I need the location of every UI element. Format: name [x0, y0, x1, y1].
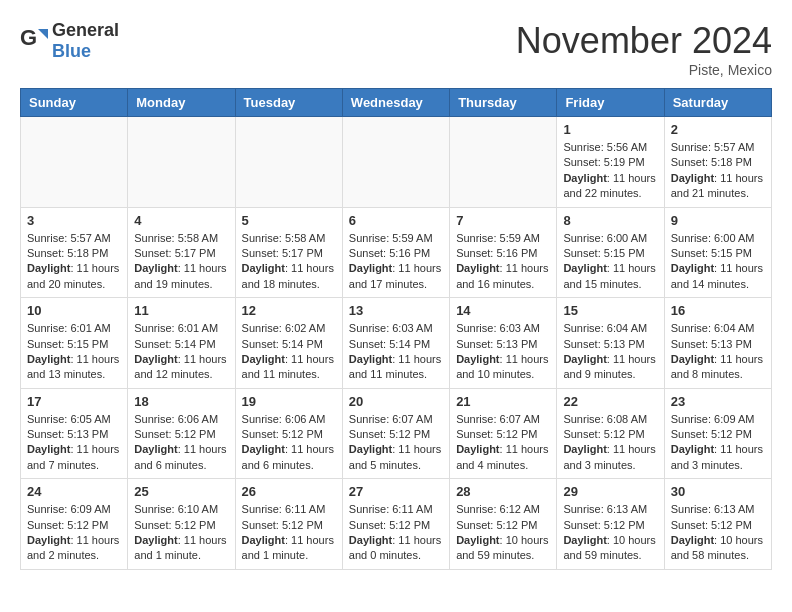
day-info: Sunrise: 6:06 AMSunset: 5:12 PMDaylight:…	[134, 412, 228, 474]
calendar-cell: 2Sunrise: 5:57 AMSunset: 5:18 PMDaylight…	[664, 117, 771, 208]
day-info: Sunrise: 6:09 AMSunset: 5:12 PMDaylight:…	[671, 412, 765, 474]
day-info: Sunrise: 6:11 AMSunset: 5:12 PMDaylight:…	[349, 502, 443, 564]
day-number: 14	[456, 303, 550, 318]
weekday-header-thursday: Thursday	[450, 89, 557, 117]
day-info: Sunrise: 6:01 AMSunset: 5:14 PMDaylight:…	[134, 321, 228, 383]
day-number: 22	[563, 394, 657, 409]
weekday-header-friday: Friday	[557, 89, 664, 117]
day-number: 19	[242, 394, 336, 409]
day-info: Sunrise: 6:13 AMSunset: 5:12 PMDaylight:…	[671, 502, 765, 564]
day-info: Sunrise: 6:08 AMSunset: 5:12 PMDaylight:…	[563, 412, 657, 474]
day-number: 12	[242, 303, 336, 318]
day-number: 16	[671, 303, 765, 318]
day-number: 4	[134, 213, 228, 228]
calendar-cell: 7Sunrise: 5:59 AMSunset: 5:16 PMDaylight…	[450, 207, 557, 298]
logo: G General Blue	[20, 20, 119, 62]
logo-blue: Blue	[52, 41, 91, 61]
day-number: 21	[456, 394, 550, 409]
calendar-cell	[21, 117, 128, 208]
calendar-cell: 17Sunrise: 6:05 AMSunset: 5:13 PMDayligh…	[21, 388, 128, 479]
svg-text:G: G	[20, 25, 37, 50]
day-number: 20	[349, 394, 443, 409]
calendar-cell: 23Sunrise: 6:09 AMSunset: 5:12 PMDayligh…	[664, 388, 771, 479]
calendar-cell: 13Sunrise: 6:03 AMSunset: 5:14 PMDayligh…	[342, 298, 449, 389]
calendar-cell: 27Sunrise: 6:11 AMSunset: 5:12 PMDayligh…	[342, 479, 449, 570]
calendar-cell: 12Sunrise: 6:02 AMSunset: 5:14 PMDayligh…	[235, 298, 342, 389]
svg-marker-1	[38, 29, 48, 39]
calendar-cell	[128, 117, 235, 208]
calendar-cell: 28Sunrise: 6:12 AMSunset: 5:12 PMDayligh…	[450, 479, 557, 570]
calendar-cell: 9Sunrise: 6:00 AMSunset: 5:15 PMDaylight…	[664, 207, 771, 298]
week-row-1: 1Sunrise: 5:56 AMSunset: 5:19 PMDaylight…	[21, 117, 772, 208]
week-row-4: 17Sunrise: 6:05 AMSunset: 5:13 PMDayligh…	[21, 388, 772, 479]
page-header: G General Blue November 2024 Piste, Mexi…	[20, 20, 772, 78]
week-row-2: 3Sunrise: 5:57 AMSunset: 5:18 PMDaylight…	[21, 207, 772, 298]
calendar-cell: 16Sunrise: 6:04 AMSunset: 5:13 PMDayligh…	[664, 298, 771, 389]
weekday-header-sunday: Sunday	[21, 89, 128, 117]
day-info: Sunrise: 6:00 AMSunset: 5:15 PMDaylight:…	[671, 231, 765, 293]
day-info: Sunrise: 6:01 AMSunset: 5:15 PMDaylight:…	[27, 321, 121, 383]
calendar-cell: 29Sunrise: 6:13 AMSunset: 5:12 PMDayligh…	[557, 479, 664, 570]
day-number: 13	[349, 303, 443, 318]
calendar-cell: 5Sunrise: 5:58 AMSunset: 5:17 PMDaylight…	[235, 207, 342, 298]
calendar-cell: 22Sunrise: 6:08 AMSunset: 5:12 PMDayligh…	[557, 388, 664, 479]
calendar-cell: 14Sunrise: 6:03 AMSunset: 5:13 PMDayligh…	[450, 298, 557, 389]
day-number: 23	[671, 394, 765, 409]
day-number: 5	[242, 213, 336, 228]
day-number: 10	[27, 303, 121, 318]
week-row-3: 10Sunrise: 6:01 AMSunset: 5:15 PMDayligh…	[21, 298, 772, 389]
day-info: Sunrise: 6:04 AMSunset: 5:13 PMDaylight:…	[563, 321, 657, 383]
day-info: Sunrise: 6:02 AMSunset: 5:14 PMDaylight:…	[242, 321, 336, 383]
day-info: Sunrise: 6:00 AMSunset: 5:15 PMDaylight:…	[563, 231, 657, 293]
day-number: 30	[671, 484, 765, 499]
calendar-cell	[342, 117, 449, 208]
calendar-cell: 6Sunrise: 5:59 AMSunset: 5:16 PMDaylight…	[342, 207, 449, 298]
weekday-header-saturday: Saturday	[664, 89, 771, 117]
calendar-cell: 24Sunrise: 6:09 AMSunset: 5:12 PMDayligh…	[21, 479, 128, 570]
day-info: Sunrise: 6:05 AMSunset: 5:13 PMDaylight:…	[27, 412, 121, 474]
logo-general: General	[52, 20, 119, 40]
logo-icon: G	[20, 25, 48, 57]
calendar-cell: 15Sunrise: 6:04 AMSunset: 5:13 PMDayligh…	[557, 298, 664, 389]
day-info: Sunrise: 5:58 AMSunset: 5:17 PMDaylight:…	[242, 231, 336, 293]
title-area: November 2024 Piste, Mexico	[516, 20, 772, 78]
day-number: 7	[456, 213, 550, 228]
calendar-header-row: SundayMondayTuesdayWednesdayThursdayFrid…	[21, 89, 772, 117]
weekday-header-monday: Monday	[128, 89, 235, 117]
month-title: November 2024	[516, 20, 772, 62]
day-info: Sunrise: 5:57 AMSunset: 5:18 PMDaylight:…	[671, 140, 765, 202]
weekday-header-tuesday: Tuesday	[235, 89, 342, 117]
day-number: 29	[563, 484, 657, 499]
week-row-5: 24Sunrise: 6:09 AMSunset: 5:12 PMDayligh…	[21, 479, 772, 570]
day-number: 3	[27, 213, 121, 228]
calendar-cell: 26Sunrise: 6:11 AMSunset: 5:12 PMDayligh…	[235, 479, 342, 570]
day-info: Sunrise: 6:11 AMSunset: 5:12 PMDaylight:…	[242, 502, 336, 564]
calendar-cell: 18Sunrise: 6:06 AMSunset: 5:12 PMDayligh…	[128, 388, 235, 479]
day-info: Sunrise: 6:03 AMSunset: 5:14 PMDaylight:…	[349, 321, 443, 383]
day-number: 27	[349, 484, 443, 499]
calendar-cell: 8Sunrise: 6:00 AMSunset: 5:15 PMDaylight…	[557, 207, 664, 298]
calendar-cell: 20Sunrise: 6:07 AMSunset: 5:12 PMDayligh…	[342, 388, 449, 479]
day-info: Sunrise: 5:59 AMSunset: 5:16 PMDaylight:…	[349, 231, 443, 293]
weekday-header-wednesday: Wednesday	[342, 89, 449, 117]
day-info: Sunrise: 6:03 AMSunset: 5:13 PMDaylight:…	[456, 321, 550, 383]
day-number: 26	[242, 484, 336, 499]
day-info: Sunrise: 6:07 AMSunset: 5:12 PMDaylight:…	[349, 412, 443, 474]
calendar-cell: 10Sunrise: 6:01 AMSunset: 5:15 PMDayligh…	[21, 298, 128, 389]
day-number: 6	[349, 213, 443, 228]
day-info: Sunrise: 6:09 AMSunset: 5:12 PMDaylight:…	[27, 502, 121, 564]
day-info: Sunrise: 5:56 AMSunset: 5:19 PMDaylight:…	[563, 140, 657, 202]
day-number: 25	[134, 484, 228, 499]
day-info: Sunrise: 6:10 AMSunset: 5:12 PMDaylight:…	[134, 502, 228, 564]
day-info: Sunrise: 6:06 AMSunset: 5:12 PMDaylight:…	[242, 412, 336, 474]
day-info: Sunrise: 5:58 AMSunset: 5:17 PMDaylight:…	[134, 231, 228, 293]
day-number: 8	[563, 213, 657, 228]
day-number: 15	[563, 303, 657, 318]
calendar-cell: 21Sunrise: 6:07 AMSunset: 5:12 PMDayligh…	[450, 388, 557, 479]
calendar-cell: 30Sunrise: 6:13 AMSunset: 5:12 PMDayligh…	[664, 479, 771, 570]
day-number: 28	[456, 484, 550, 499]
location: Piste, Mexico	[516, 62, 772, 78]
day-info: Sunrise: 6:07 AMSunset: 5:12 PMDaylight:…	[456, 412, 550, 474]
calendar-cell	[450, 117, 557, 208]
day-number: 9	[671, 213, 765, 228]
